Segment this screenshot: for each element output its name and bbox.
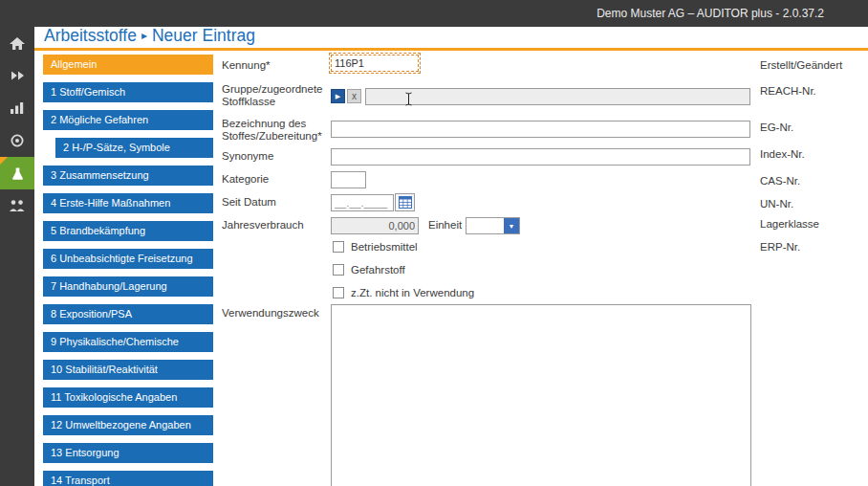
eg-nr-label: EG-Nr. <box>760 122 793 133</box>
calendar-button[interactable] <box>395 193 415 211</box>
nicht-in-verwendung-checkbox[interactable] <box>333 287 344 298</box>
breadcrumb: Arbeitsstoffe▸Neuer Eintrag <box>44 26 255 46</box>
nav-item-allgemein[interactable]: Allgemein <box>43 55 213 75</box>
nav-item-stabilitaet-reaktivitaet[interactable]: 10 Stabilität/Reaktivität <box>43 360 213 380</box>
seit-datum-label: Seit Datum <box>222 196 329 209</box>
gefahrstoff-checkbox-label: Gefahrstoff <box>351 264 405 276</box>
nav-item-stoff-gemisch[interactable]: 1 Stoff/Gemisch <box>43 82 213 102</box>
index-nr-label: Index-Nr. <box>760 148 805 160</box>
kategorie-input[interactable] <box>331 171 366 188</box>
breadcrumb-section[interactable]: Arbeitsstoffe <box>44 26 137 45</box>
nav-item-entsorgung[interactable]: 13 Entsorgung <box>43 443 213 463</box>
page-title: Neuer Eintrag <box>152 26 255 45</box>
nav-item-exposition-psa[interactable]: 8 Exposition/PSA <box>43 304 213 324</box>
gruppe-clear-button[interactable]: x <box>347 89 361 103</box>
nav-item-moegliche-gefahren[interactable]: 2 Mögliche Gefahren <box>43 110 213 130</box>
einheit-label: Einheit <box>428 219 467 232</box>
nav-item-toxikologische-angaben[interactable]: 11 Toxikologische Angaben <box>43 387 213 408</box>
erstellt-geaendert-label: Erstellt/Geändert <box>760 59 842 71</box>
synonyme-input[interactable] <box>331 148 750 166</box>
nav-item-physikalische-chemische[interactable]: 9 Physikalische/Chemische <box>43 332 213 352</box>
fast-forward-icon[interactable] <box>0 59 34 92</box>
nicht-in-verwendung-checkbox-label: z.Zt. nicht in Verwendung <box>351 287 474 298</box>
substances-flask-icon[interactable] <box>0 157 34 189</box>
nav-item-umweltbezogene-angaben[interactable]: 12 Umweltbezogene Angaben <box>43 415 213 435</box>
gruppe-input[interactable] <box>365 88 750 105</box>
jahresverbrauch-input[interactable] <box>331 217 419 234</box>
people-icon[interactable] <box>0 189 34 222</box>
kennung-input[interactable] <box>331 55 419 72</box>
calendar-icon <box>399 196 412 209</box>
un-nr-label: UN-Nr. <box>760 198 793 210</box>
chevron-down-icon[interactable]: ▼ <box>504 218 519 233</box>
cas-nr-label: CAS-Nr. <box>760 175 800 187</box>
nav-item-unbeabsichtigte-freisetzung[interactable]: 6 Unbeabsichtigte Freisetzung <box>43 249 213 269</box>
nav-item-erste-hilfe[interactable]: 4 Erste-Hilfe Maßnahmen <box>43 193 213 213</box>
bezeichnung-input[interactable] <box>331 121 750 138</box>
chart-icon[interactable] <box>0 92 34 124</box>
kennung-label: Kennung* <box>222 59 329 72</box>
window-title: Demo Muster AG – AUDITOR plus - 2.0.37.2 <box>597 0 824 27</box>
verwendungszweck-textarea[interactable] <box>331 304 751 486</box>
synonyme-label: Synonyme <box>222 150 329 163</box>
jahresverbrauch-label: Jahresverbrauch <box>222 219 329 232</box>
app-window: Demo Muster AG – AUDITOR plus - 2.0.37.2… <box>0 0 868 486</box>
betriebsmittel-checkbox[interactable] <box>333 241 344 253</box>
seit-datum-input[interactable] <box>331 194 394 211</box>
titlebar: Demo Muster AG – AUDITOR plus - 2.0.37.2 <box>0 0 868 27</box>
einheit-dropdown[interactable]: ▼ <box>466 217 520 234</box>
nav-item-handhabung-lagerung[interactable]: 7 Handhabung/Lagerung <box>43 276 213 297</box>
gefahrstoff-checkbox[interactable] <box>333 264 344 276</box>
kategorie-label: Kategorie <box>222 173 329 186</box>
gruppe-label: Gruppe/zugeordnete Stoffklasse <box>222 83 329 108</box>
icon-rail <box>0 27 34 486</box>
reach-nr-label: REACH-Nr. <box>760 85 816 97</box>
nav-item-hp-saetze-symbole[interactable]: 2 H-/P-Sätze, Symbole <box>55 138 213 158</box>
erp-nr-label: ERP-Nr. <box>760 241 800 253</box>
target-icon[interactable] <box>0 124 34 157</box>
nav-item-brandbekaempfung[interactable]: 5 Brandbekämpfung <box>43 221 213 241</box>
verwendungszweck-label: Verwendungszweck <box>222 307 329 320</box>
lagerklasse-label: Lagerklasse <box>760 218 819 230</box>
nav-item-transport[interactable]: 14 Transport <box>43 471 213 486</box>
nav-item-zusammensetzung[interactable]: 3 Zusammensetzung <box>43 166 213 186</box>
home-icon[interactable] <box>0 27 34 59</box>
betriebsmittel-checkbox-label: Betriebsmittel <box>351 241 418 253</box>
gruppe-select-arrow-button[interactable]: ▶ <box>331 89 345 103</box>
bezeichnung-label: Bezeichnung des Stoffes/Zubereitung* <box>222 118 329 143</box>
breadcrumb-separator-icon: ▸ <box>137 29 152 42</box>
accent-rule <box>34 48 868 51</box>
section-nav: Allgemein 1 Stoff/Gemisch 2 Mögliche Gef… <box>43 55 213 486</box>
